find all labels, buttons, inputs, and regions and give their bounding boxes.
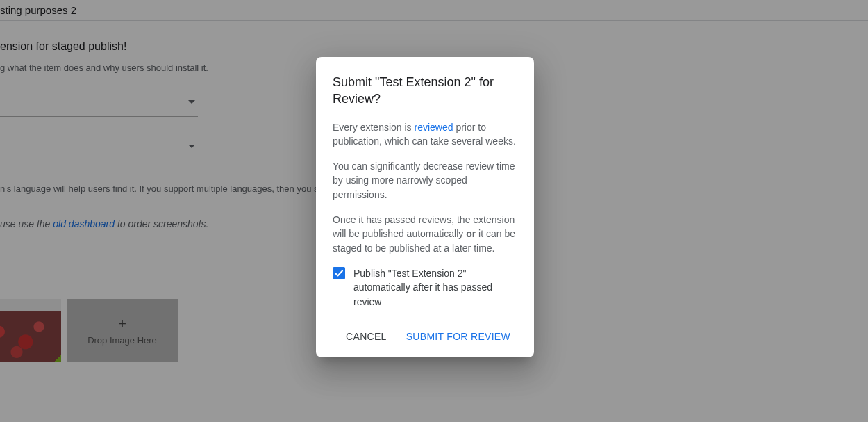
dialog-paragraph-1: Every extension is reviewed prior to pub… [333,120,517,149]
p1-pre: Every extension is [333,122,415,133]
checkmark-icon [334,268,344,278]
dialog-paragraph-2: You can significantly decrease review ti… [333,159,517,202]
auto-publish-row: Publish "Test Extension 2" automatically… [333,266,517,309]
dialog-actions: CANCEL SUBMIT FOR REVIEW [333,325,517,348]
dialog-title: Submit "Test Extension 2" for Review? [333,74,517,108]
auto-publish-label: Publish "Test Extension 2" automatically… [353,266,517,309]
dialog-paragraph-3: Once it has passed reviews, the extensio… [333,213,517,255]
cancel-button[interactable]: CANCEL [339,325,394,348]
p3-bold: or [466,228,476,239]
auto-publish-checkbox[interactable] [333,267,345,279]
submit-review-dialog: Submit "Test Extension 2" for Review? Ev… [316,57,534,357]
submit-for-review-button[interactable]: SUBMIT FOR REVIEW [399,325,517,348]
reviewed-link[interactable]: reviewed [415,122,453,133]
